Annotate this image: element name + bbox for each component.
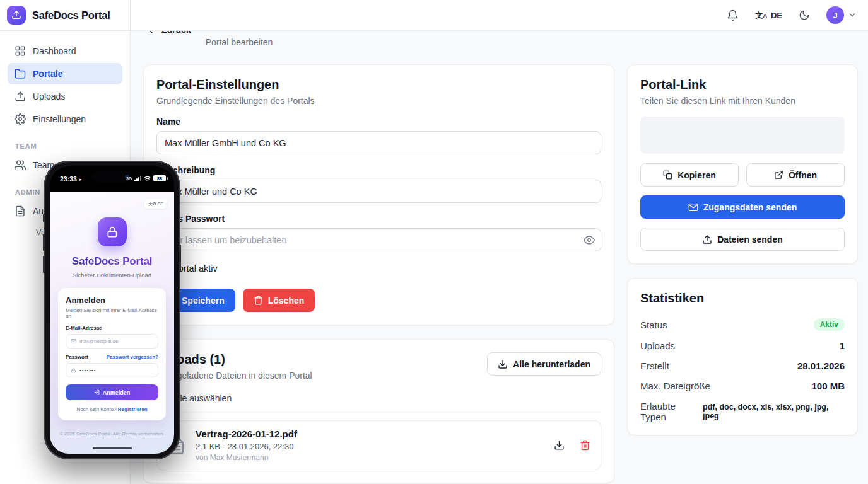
stat-row-uploads: Uploads 1	[640, 340, 845, 351]
phone-volume-up-button	[43, 234, 45, 251]
main-content: Zurück Max Müller GmbH und Co KG Portal …	[131, 0, 868, 483]
upload-icon	[702, 234, 712, 245]
lock-icon	[98, 217, 127, 246]
send-credentials-label: Zugangsdaten senden	[703, 202, 797, 212]
description-input[interactable]	[156, 180, 601, 203]
toggle-password-visibility-button[interactable]	[584, 234, 595, 246]
sidebar-item-label: Uploads	[33, 91, 65, 101]
copy-icon	[663, 170, 672, 180]
upload-icon	[15, 91, 26, 102]
phone-screen: 23:33➤ 5G 88 文A SE SafeDocs Portal Siche…	[50, 166, 174, 454]
upload-icon	[7, 6, 26, 25]
location-arrow-icon: ➤	[79, 177, 82, 182]
stat-row-created: Erstellt 28.01.2026	[640, 360, 845, 371]
phone-login-title: Anmelden	[66, 296, 158, 305]
stat-label: Max. Dateigröße	[640, 381, 710, 391]
phone-power-button	[179, 245, 181, 271]
download-icon	[498, 359, 508, 369]
portal-link-display	[640, 117, 845, 154]
portal-link-card: Portal-Link Teilen Sie diesen Link mit I…	[627, 64, 858, 264]
sidebar-section-team: TEAM	[15, 142, 130, 150]
name-input[interactable]	[156, 131, 601, 154]
wifi-icon	[144, 176, 151, 182]
stat-label: Uploads	[640, 340, 675, 351]
phone-password-field: •••••••	[66, 363, 158, 377]
phone-status-time: 23:33➤	[60, 175, 82, 183]
sidebar-item-label: Dashboard	[33, 46, 76, 56]
portal-settings-card: Portal-Einstellungen Grundlegende Einste…	[143, 64, 614, 325]
stat-label: Erstellt	[640, 360, 669, 371]
phone-password-label: Passwort	[66, 354, 88, 360]
delete-file-button[interactable]	[580, 440, 590, 451]
name-label: Name	[156, 117, 601, 127]
download-file-button[interactable]	[554, 440, 565, 451]
send-credentials-button[interactable]: Zugangsdaten senden	[640, 195, 845, 219]
chevron-down-icon	[848, 11, 857, 20]
sidebar-item-label: Portale	[33, 69, 62, 79]
language-label: DE	[771, 11, 782, 20]
send-files-label: Dateien senden	[717, 234, 782, 245]
portal-link-subtitle: Teilen Sie diesen Link mit Ihren Kunden	[640, 96, 845, 106]
settings-title: Portal-Einstellungen	[156, 78, 601, 92]
phone-email-label: E-Mail-Adresse	[66, 325, 158, 331]
status-badge: Aktiv	[814, 318, 845, 331]
copy-link-button[interactable]: Kopieren	[640, 163, 739, 187]
description-label: Beschreibung	[156, 165, 601, 175]
signal-icon	[134, 176, 141, 182]
file-text-icon	[15, 205, 26, 217]
translate-icon: 文A	[755, 11, 767, 19]
phone-status-bar: 23:33➤ 5G 88	[50, 166, 174, 192]
uploads-title: Uploads (1)	[156, 352, 312, 367]
file-meta: 2.1 KB - 28.01.2026, 22:30	[196, 442, 297, 451]
sidebar-item-uploads[interactable]: Uploads	[8, 86, 122, 107]
phone-language-badge: 文A SE	[144, 199, 167, 209]
notifications-button[interactable]	[727, 9, 739, 21]
statistics-title: Statistiken	[640, 291, 845, 306]
phone-mute-switch	[43, 214, 45, 222]
stat-value: 28.01.2026	[797, 360, 845, 371]
phone-login-card: Anmelden Melden Sie sich mit Ihrer E-Mai…	[58, 288, 166, 420]
copy-label: Kopieren	[677, 170, 716, 180]
battery-icon: 88	[153, 175, 166, 182]
phone-forgot-password-link: Passwort vergessen?	[107, 354, 158, 360]
sidebar-item-einstellungen[interactable]: Einstellungen	[8, 108, 122, 130]
send-files-button[interactable]: Dateien senden	[640, 228, 845, 251]
gear-icon	[15, 113, 26, 125]
sidebar-item-label: Einstellungen	[33, 114, 86, 124]
topbar: 文A DE J	[131, 0, 868, 31]
save-label: Speichern	[182, 296, 225, 306]
phone-volume-down-button	[43, 256, 45, 273]
phone-password-value: •••••••	[79, 367, 97, 373]
select-all-label: Alle auswählen	[172, 393, 232, 403]
lock-icon	[71, 367, 76, 373]
phone-login-button: Anmelden	[66, 384, 158, 400]
phone-login-subtitle: Melden Sie sich mit Ihrer E-Mail-Adresse…	[66, 308, 158, 319]
eye-icon	[584, 234, 595, 246]
phone-app-subtitle: Sicherer Dokumenten-Upload	[50, 272, 174, 279]
page-subtitle: Portal bearbeiten	[206, 37, 414, 47]
language-switcher[interactable]: 文A DE	[755, 11, 782, 20]
download-all-button[interactable]: Alle herunterladen	[487, 352, 601, 376]
phone-footer: © 2025 SafeDocs Portal. Alle Rechte vorb…	[50, 431, 174, 437]
file-row: Vertrag-2026-01-12.pdf 2.1 KB - 28.01.20…	[156, 420, 601, 470]
trash-icon	[580, 440, 590, 451]
password-input[interactable]	[156, 228, 601, 251]
stat-label: Status	[640, 320, 667, 330]
settings-subtitle: Grundlegende Einstellungen des Portals	[156, 96, 601, 106]
delete-button[interactable]: Löschen	[243, 289, 315, 312]
mail-icon	[688, 202, 698, 212]
stat-label: Erlaubte Typen	[640, 401, 703, 422]
uploads-subtitle: Hochgeladene Dateien in diesem Portal	[156, 371, 312, 381]
file-name: Vertrag-2026-01-12.pdf	[196, 429, 297, 439]
bell-icon	[727, 9, 739, 21]
user-menu[interactable]: J	[826, 6, 857, 24]
open-link-button[interactable]: Öffnen	[746, 163, 845, 187]
sidebar-item-portale[interactable]: Portale	[8, 63, 122, 84]
phone-register-link: Registrieren	[118, 406, 148, 412]
delete-label: Löschen	[268, 296, 305, 306]
dark-mode-toggle[interactable]	[799, 9, 810, 21]
brand[interactable]: SafeDocs Portal	[0, 0, 130, 31]
sidebar-item-dashboard[interactable]: Dashboard	[8, 40, 122, 62]
stat-value: pdf, doc, docx, xls, xlsx, png, jpg, jpe…	[703, 403, 845, 420]
uploads-card: Uploads (1) Hochgeladene Dateien in dies…	[143, 339, 614, 483]
